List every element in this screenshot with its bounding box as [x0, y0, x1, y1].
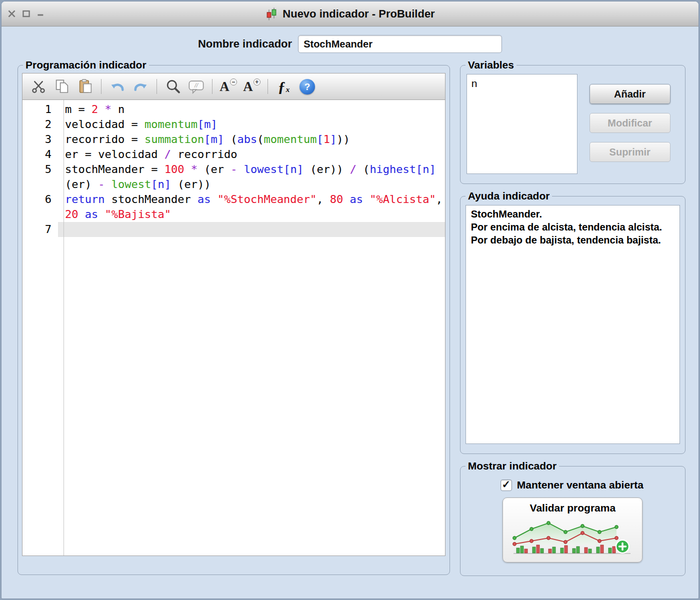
show-legend: Mostrar indicador	[466, 460, 559, 472]
comment-icon[interactable]: //	[184, 76, 208, 97]
cut-icon[interactable]	[26, 76, 50, 97]
undo-icon[interactable]	[106, 76, 129, 97]
line-number: 6	[22, 192, 58, 222]
candlestick-icon	[265, 6, 278, 22]
code-line-2: 2velocidad = momentum[m]	[22, 117, 445, 132]
code-text	[58, 222, 445, 237]
variable-item[interactable]: n	[472, 76, 572, 90]
line-number: 3	[22, 132, 58, 147]
variables-legend: Variables	[466, 59, 516, 71]
validate-label: Validar programa	[508, 502, 637, 514]
keep-window-label: Mantener ventana abierta	[517, 479, 644, 491]
editor-toolbar: //A−A+ƒx?	[22, 73, 446, 100]
variables-buttons: Añadir Modificar Suprimir	[590, 74, 680, 174]
code-text: velocidad = momentum[m]	[58, 117, 445, 132]
code-text: return stochMeander as "%StochMeander", …	[58, 192, 445, 222]
line-number: 7	[22, 222, 58, 237]
toolbar-separator	[212, 79, 212, 94]
close-icon	[8, 10, 16, 18]
code-line-3: 3recorrido = summation[m] (abs(momentum[…	[22, 132, 445, 147]
code-text: er = velocidad / recorrido	[58, 147, 445, 162]
code-text: recorrido = summation[m] (abs(momentum[1…	[58, 132, 445, 147]
code-text: stochMeander = 100 * (er - lowest[n] (er…	[58, 162, 445, 192]
redo-icon[interactable]	[129, 76, 152, 97]
font-decrease-icon[interactable]: A−	[216, 76, 240, 97]
line-number: 5	[22, 162, 58, 192]
copy-icon[interactable]	[50, 76, 74, 97]
help-icon[interactable]: ?	[296, 76, 319, 97]
editor-panel: Programación indicador //A−A+ƒx? 1m = 2 …	[18, 59, 450, 575]
modify-variable-button[interactable]: Modificar	[590, 113, 670, 133]
code-line-1: 1m = 2 * n	[22, 102, 445, 117]
help-panel: Ayuda indicador StochMeander. Por encima…	[460, 190, 686, 454]
help-text[interactable]: StochMeander. Por encima de alcista, ten…	[466, 205, 680, 444]
add-badge-icon	[616, 540, 629, 553]
indicator-name-label: Nombre indicador	[198, 38, 292, 50]
right-column: Variables n Añadir Modificar Suprimir Ay…	[460, 59, 686, 576]
titlebar: Nuevo indicador - ProBuilder	[2, 2, 698, 26]
keep-window-row: ✓ Mantener ventana abierta	[500, 479, 681, 491]
show-panel: Mostrar indicador ✓ Mantener ventana abi…	[460, 460, 686, 576]
window-title: Nuevo indicador - ProBuilder	[282, 8, 434, 20]
indicator-name-input[interactable]	[298, 35, 502, 53]
code-editor[interactable]: 1m = 2 * n2velocidad = momentum[m]3recor…	[22, 100, 446, 556]
validate-program-button[interactable]: Validar programa	[502, 498, 642, 562]
editor-legend: Programación indicador	[23, 59, 149, 71]
code-line-4: 4er = velocidad / recorrido	[22, 147, 445, 162]
code-lines: 1m = 2 * n2velocidad = momentum[m]3recor…	[22, 100, 445, 237]
variables-list[interactable]: n	[466, 74, 578, 174]
line-number: 4	[22, 147, 58, 162]
name-row: Nombre indicador	[2, 35, 698, 53]
toolbar-separator	[268, 79, 268, 94]
code-line-5: 5stochMeander = 100 * (er - lowest[n] (e…	[22, 162, 445, 192]
probuilder-window: Nuevo indicador - ProBuilder Nombre indi…	[1, 1, 699, 599]
minimize-icon	[36, 10, 45, 18]
code-line-7: 7	[22, 222, 445, 237]
maximize-icon	[22, 10, 30, 18]
main-content: Programación indicador //A−A+ƒx? 1m = 2 …	[2, 59, 698, 576]
code-line-6: 6return stochMeander as "%StochMeander",…	[22, 192, 445, 222]
code-text: m = 2 * n	[58, 102, 445, 117]
add-variable-button[interactable]: Añadir	[590, 84, 670, 104]
help-legend: Ayuda indicador	[466, 190, 552, 202]
close-button[interactable]	[6, 8, 17, 19]
checkmark-icon: ✓	[502, 479, 510, 490]
function-icon[interactable]: ƒx	[272, 76, 296, 97]
toolbar-separator	[101, 79, 102, 94]
line-number: 2	[22, 117, 58, 132]
font-increase-icon[interactable]: A+	[240, 76, 264, 97]
gutter-separator	[64, 100, 64, 556]
keep-window-checkbox[interactable]: ✓	[500, 480, 512, 491]
delete-variable-button[interactable]: Suprimir	[590, 142, 670, 162]
variables-panel: Variables n Añadir Modificar Suprimir	[460, 59, 686, 184]
mini-chart	[510, 516, 634, 558]
paste-icon[interactable]	[74, 76, 97, 97]
maximize-button[interactable]	[21, 8, 32, 19]
toolbar-separator	[156, 79, 157, 94]
window-controls	[6, 2, 46, 26]
line-number: 1	[22, 102, 58, 117]
search-icon[interactable]	[161, 76, 184, 97]
minimize-button[interactable]	[36, 8, 46, 19]
